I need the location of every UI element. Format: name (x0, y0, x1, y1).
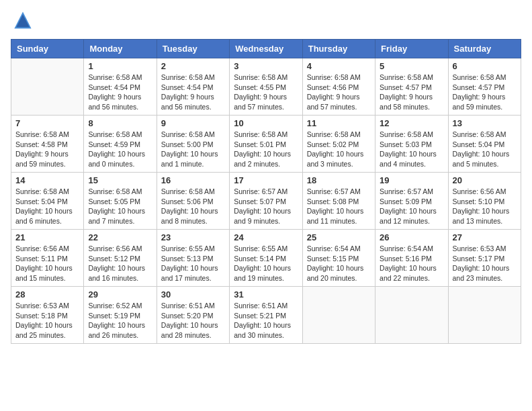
weekday-header: Friday (375, 40, 448, 58)
svg-marker-1 (16, 15, 30, 28)
day-info: Sunrise: 6:58 AMSunset: 4:56 PMDaylight:… (307, 73, 371, 112)
calendar-cell: 11Sunrise: 6:58 AMSunset: 5:02 PMDayligh… (302, 116, 375, 173)
calendar-cell: 8Sunrise: 6:58 AMSunset: 4:59 PMDaylight… (84, 116, 157, 173)
calendar-cell: 26Sunrise: 6:54 AMSunset: 5:16 PMDayligh… (375, 230, 448, 287)
day-number: 5 (380, 61, 443, 71)
calendar-cell: 29Sunrise: 6:52 AMSunset: 5:19 PMDayligh… (84, 287, 157, 344)
day-info: Sunrise: 6:52 AMSunset: 5:19 PMDaylight:… (88, 301, 152, 340)
calendar-cell: 22Sunrise: 6:56 AMSunset: 5:12 PMDayligh… (84, 230, 157, 287)
day-info: Sunrise: 6:55 AMSunset: 5:13 PMDaylight:… (161, 244, 225, 283)
day-info: Sunrise: 6:56 AMSunset: 5:12 PMDaylight:… (88, 244, 152, 283)
weekday-header: Monday (84, 40, 157, 58)
calendar-cell: 5Sunrise: 6:58 AMSunset: 4:57 PMDaylight… (375, 58, 448, 116)
day-number: 19 (380, 175, 443, 185)
weekday-header: Tuesday (157, 40, 229, 58)
weekday-header: Saturday (448, 40, 521, 58)
calendar-cell: 30Sunrise: 6:51 AMSunset: 5:20 PMDayligh… (157, 287, 229, 344)
calendar-cell: 16Sunrise: 6:58 AMSunset: 5:06 PMDayligh… (157, 173, 229, 230)
calendar-week-row: 7Sunrise: 6:58 AMSunset: 4:58 PMDaylight… (11, 116, 521, 173)
calendar-cell: 4Sunrise: 6:58 AMSunset: 4:56 PMDaylight… (302, 58, 375, 116)
calendar-cell: 13Sunrise: 6:58 AMSunset: 5:04 PMDayligh… (448, 116, 521, 173)
day-number: 13 (453, 118, 517, 128)
calendar-cell (448, 287, 521, 344)
day-number: 31 (234, 289, 298, 300)
calendar-cell: 2Sunrise: 6:58 AMSunset: 4:54 PMDaylight… (157, 58, 229, 116)
calendar-cell: 28Sunrise: 6:53 AMSunset: 5:18 PMDayligh… (11, 287, 84, 344)
day-number: 30 (161, 289, 225, 300)
calendar-week-row: 28Sunrise: 6:53 AMSunset: 5:18 PMDayligh… (11, 287, 521, 344)
day-number: 1 (88, 61, 152, 71)
day-number: 26 (380, 232, 443, 242)
day-info: Sunrise: 6:58 AMSunset: 4:58 PMDaylight:… (15, 130, 79, 169)
calendar-cell: 10Sunrise: 6:58 AMSunset: 5:01 PMDayligh… (230, 116, 302, 173)
day-info: Sunrise: 6:58 AMSunset: 5:01 PMDaylight:… (234, 130, 298, 169)
day-info: Sunrise: 6:58 AMSunset: 4:54 PMDaylight:… (88, 73, 152, 112)
calendar-cell: 12Sunrise: 6:58 AMSunset: 5:03 PMDayligh… (375, 116, 448, 173)
calendar-cell: 15Sunrise: 6:58 AMSunset: 5:05 PMDayligh… (84, 173, 157, 230)
calendar-cell: 25Sunrise: 6:54 AMSunset: 5:15 PMDayligh… (302, 230, 375, 287)
day-number: 6 (453, 61, 517, 71)
calendar-cell: 27Sunrise: 6:53 AMSunset: 5:17 PMDayligh… (448, 230, 521, 287)
logo (11, 11, 32, 32)
day-info: Sunrise: 6:58 AMSunset: 4:54 PMDaylight:… (161, 73, 225, 112)
calendar-cell: 14Sunrise: 6:58 AMSunset: 5:04 PMDayligh… (11, 173, 84, 230)
day-info: Sunrise: 6:58 AMSunset: 5:06 PMDaylight:… (161, 187, 225, 226)
day-number: 23 (161, 232, 225, 242)
day-info: Sunrise: 6:54 AMSunset: 5:15 PMDaylight:… (307, 244, 371, 283)
day-number: 22 (88, 232, 152, 242)
calendar-cell: 6Sunrise: 6:58 AMSunset: 4:57 PMDaylight… (448, 58, 521, 116)
day-info: Sunrise: 6:53 AMSunset: 5:18 PMDaylight:… (15, 301, 79, 340)
day-number: 12 (380, 118, 443, 128)
calendar-header-row: SundayMondayTuesdayWednesdayThursdayFrid… (11, 40, 521, 58)
calendar-week-row: 14Sunrise: 6:58 AMSunset: 5:04 PMDayligh… (11, 173, 521, 230)
day-info: Sunrise: 6:58 AMSunset: 5:04 PMDaylight:… (453, 130, 517, 169)
day-info: Sunrise: 6:57 AMSunset: 5:09 PMDaylight:… (380, 187, 443, 226)
day-info: Sunrise: 6:56 AMSunset: 5:11 PMDaylight:… (15, 244, 79, 283)
day-number: 7 (15, 118, 79, 128)
day-number: 11 (307, 118, 371, 128)
day-number: 24 (234, 232, 298, 242)
calendar-cell: 31Sunrise: 6:51 AMSunset: 5:21 PMDayligh… (230, 287, 302, 344)
day-number: 21 (15, 232, 79, 242)
day-number: 8 (88, 118, 152, 128)
day-info: Sunrise: 6:58 AMSunset: 4:59 PMDaylight:… (88, 130, 152, 169)
weekday-header: Sunday (11, 40, 84, 58)
day-number: 3 (234, 61, 298, 71)
calendar-cell (11, 58, 84, 116)
weekday-header: Thursday (302, 40, 375, 58)
day-info: Sunrise: 6:57 AMSunset: 5:08 PMDaylight:… (307, 187, 371, 226)
day-info: Sunrise: 6:58 AMSunset: 5:04 PMDaylight:… (15, 187, 79, 226)
day-number: 29 (88, 289, 152, 300)
calendar-cell: 1Sunrise: 6:58 AMSunset: 4:54 PMDaylight… (84, 58, 157, 116)
day-info: Sunrise: 6:51 AMSunset: 5:21 PMDaylight:… (234, 301, 298, 340)
day-number: 27 (453, 232, 517, 242)
day-number: 10 (234, 118, 298, 128)
calendar-cell: 7Sunrise: 6:58 AMSunset: 4:58 PMDaylight… (11, 116, 84, 173)
day-info: Sunrise: 6:58 AMSunset: 5:03 PMDaylight:… (380, 130, 443, 169)
day-number: 25 (307, 232, 371, 242)
day-number: 14 (15, 175, 79, 185)
day-info: Sunrise: 6:58 AMSunset: 4:55 PMDaylight:… (234, 73, 298, 112)
day-number: 2 (161, 61, 225, 71)
day-number: 15 (88, 175, 152, 185)
calendar-cell: 21Sunrise: 6:56 AMSunset: 5:11 PMDayligh… (11, 230, 84, 287)
calendar-table: SundayMondayTuesdayWednesdayThursdayFrid… (11, 39, 521, 344)
day-info: Sunrise: 6:53 AMSunset: 5:17 PMDaylight:… (453, 244, 517, 283)
calendar-cell: 19Sunrise: 6:57 AMSunset: 5:09 PMDayligh… (375, 173, 448, 230)
day-info: Sunrise: 6:56 AMSunset: 5:10 PMDaylight:… (453, 187, 517, 226)
day-info: Sunrise: 6:58 AMSunset: 4:57 PMDaylight:… (380, 73, 443, 112)
page-header (11, 11, 521, 32)
day-number: 28 (15, 289, 79, 300)
day-number: 4 (307, 61, 371, 71)
calendar-cell: 18Sunrise: 6:57 AMSunset: 5:08 PMDayligh… (302, 173, 375, 230)
calendar-week-row: 21Sunrise: 6:56 AMSunset: 5:11 PMDayligh… (11, 230, 521, 287)
calendar-cell (375, 287, 448, 344)
day-info: Sunrise: 6:54 AMSunset: 5:16 PMDaylight:… (380, 244, 443, 283)
day-info: Sunrise: 6:57 AMSunset: 5:07 PMDaylight:… (234, 187, 298, 226)
day-number: 9 (161, 118, 225, 128)
day-info: Sunrise: 6:58 AMSunset: 5:05 PMDaylight:… (88, 187, 152, 226)
day-info: Sunrise: 6:51 AMSunset: 5:20 PMDaylight:… (161, 301, 225, 340)
calendar-cell: 20Sunrise: 6:56 AMSunset: 5:10 PMDayligh… (448, 173, 521, 230)
calendar-cell: 3Sunrise: 6:58 AMSunset: 4:55 PMDaylight… (230, 58, 302, 116)
calendar-week-row: 1Sunrise: 6:58 AMSunset: 4:54 PMDaylight… (11, 58, 521, 116)
